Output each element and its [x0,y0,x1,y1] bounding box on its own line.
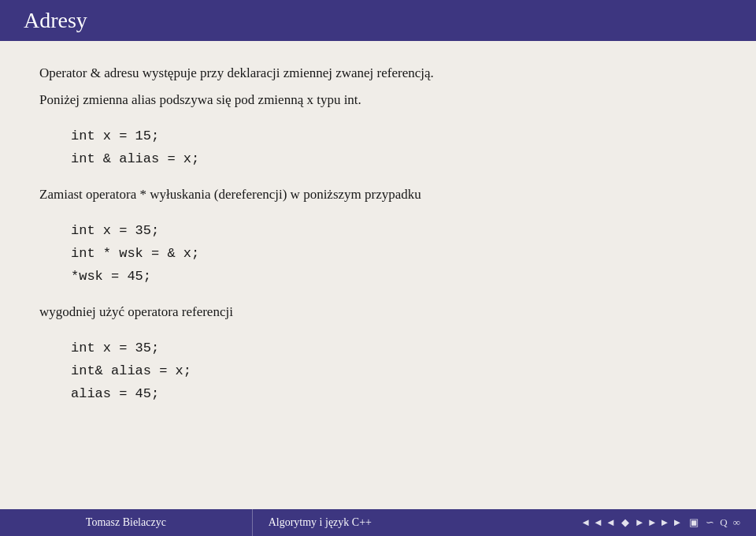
nav-infinity: ∞ [733,516,740,529]
nav-arrow-right-1[interactable]: ► [635,516,645,529]
code-line-3-3: alias = 45; [71,383,717,406]
description-line-4: wygodniej użyć operatora referencji [39,302,717,322]
code-line-3-2: int& alias = x; [71,360,717,383]
code-line-1-2: int & alias = x; [71,148,717,171]
description-line-3: Zamiast operatora * wyłuskania (derefere… [39,184,717,205]
nav-arrow-left-2[interactable]: ◄ [593,516,603,529]
code-line-1-1: int x = 15; [71,125,717,148]
header-bar: Adresy [0,0,756,41]
footer-author: Tomasz Bielaczyc [0,509,253,536]
nav-arrow-right-3[interactable]: ► [660,516,670,529]
nav-q[interactable]: Q [720,516,727,529]
main-content: Operator & adresu występuje przy deklara… [0,41,756,509]
nav-arrow-left-3[interactable]: ◄ [606,516,616,529]
intro-line-1: Operator & adresu występuje przy deklara… [39,63,717,84]
code-block-2: int x = 35; int * wsk = & x; *wsk = 45; [71,220,717,288]
footer-bar: Tomasz Bielaczyc Algorytmy i język C++ ◄… [0,509,756,536]
code-block-1: int x = 15; int & alias = x; [71,125,717,171]
footer-navigation: ◄ ◄ ◄ ◆ ► ► ► ► ▣ ∽ Q ∞ [580,516,740,529]
code-line-3-1: int x = 35; [71,337,717,360]
intro-line-2: Poniżej zmienna alias podszywa się pod z… [39,90,717,110]
code-line-2-2: int * wsk = & x; [71,243,717,266]
code-line-2-3: *wsk = 45; [71,266,717,288]
nav-arrow-left-1[interactable]: ◄ [580,516,591,529]
nav-arrow-right-4[interactable]: ► [672,516,682,529]
code-line-2-1: int x = 35; [71,220,717,243]
code-block-3: int x = 35; int& alias = x; alias = 45; [71,337,717,406]
nav-tilde: ∽ [706,516,714,529]
footer-course: Algorytmy i język C++ [269,516,372,529]
page-title: Adresy [24,8,87,33]
nav-arrow-right-2[interactable]: ► [647,516,658,529]
